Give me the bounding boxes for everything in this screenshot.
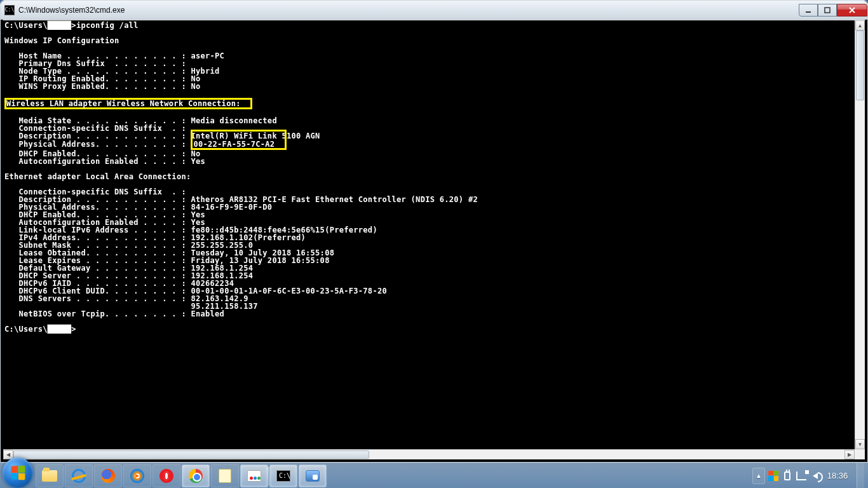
- chrome-icon: [189, 469, 203, 483]
- hscroll-thumb[interactable]: [13, 451, 369, 459]
- wlan-physical-address-line: Physical Address. . . . . . . . . : 00-2…: [4, 140, 287, 149]
- start-button[interactable]: [3, 458, 33, 488]
- client-area: C:\Users\█████>ipconfig /all Windows IP …: [3, 20, 865, 460]
- horizontal-scrollbar[interactable]: ◀ ▶: [3, 449, 855, 459]
- wlan-autoconfig-line: Autoconfiguration Enabled . . . . : Yes: [4, 157, 205, 166]
- app-icon: [306, 470, 320, 482]
- svg-rect-1: [825, 8, 830, 13]
- maximize-button[interactable]: [818, 4, 837, 17]
- ipconfig-heading: Windows IP Configuration: [4, 36, 119, 45]
- taskbar-paint[interactable]: [240, 464, 268, 487]
- network-icon[interactable]: [796, 470, 807, 482]
- prompt-line: C:\Users\█████>ipconfig /all: [4, 21, 139, 30]
- pinned-apps: C:\: [36, 463, 327, 488]
- show-desktop-button[interactable]: [857, 463, 864, 489]
- redacted-user: █████: [48, 21, 72, 30]
- vscroll-track[interactable]: [855, 30, 865, 439]
- wlan-heading-highlight: Wireless LAN adapter Wireless Network Co…: [4, 98, 252, 109]
- taskbar-ie[interactable]: [65, 464, 93, 487]
- taskbar-media-player[interactable]: [123, 464, 151, 487]
- taskbar-firefox[interactable]: [94, 464, 122, 487]
- media-player-icon: [130, 469, 144, 483]
- vscroll-thumb[interactable]: [856, 30, 864, 100]
- taskbar-cmd[interactable]: C:\: [269, 464, 297, 487]
- windows-logo-icon: [11, 465, 25, 480]
- hscroll-track[interactable]: [13, 450, 844, 459]
- taskbar-opera[interactable]: [153, 464, 180, 487]
- terminal-output[interactable]: C:\Users\█████>ipconfig /all Windows IP …: [3, 20, 855, 449]
- window-controls: [799, 4, 867, 17]
- svg-rect-0: [806, 11, 811, 13]
- eth-netbios-line: NetBIOS over Tcpip. . . . . . . . : Enab…: [4, 309, 224, 318]
- scroll-right-button[interactable]: ▶: [844, 450, 855, 459]
- scroll-up-button[interactable]: ▲: [855, 20, 865, 30]
- action-center-icon[interactable]: [768, 470, 779, 482]
- wlan-mac-address: 00-22-FA-55-7C-A2: [193, 140, 275, 149]
- opera-icon: [159, 469, 173, 483]
- wlan-heading: Wireless LAN adapter Wireless Network Co…: [6, 99, 241, 108]
- window-title: C:\Windows\system32\cmd.exe: [18, 6, 799, 15]
- titlebar[interactable]: C:\ C:\Windows\system32\cmd.exe: [1, 1, 867, 20]
- cmd-icon: C:\: [276, 470, 290, 482]
- taskbar-app[interactable]: [299, 464, 327, 487]
- volume-icon[interactable]: [810, 470, 821, 482]
- cmd-window: C:\ C:\Windows\system32\cmd.exe C:\Users…: [0, 0, 868, 463]
- cmd-icon: C:\: [4, 5, 15, 15]
- scroll-down-button[interactable]: ▼: [855, 439, 865, 449]
- firefox-icon: [101, 469, 115, 483]
- redacted-user: █████: [48, 325, 72, 334]
- tray-expand-button[interactable]: ▲: [752, 468, 765, 484]
- typed-command: ipconfig /all: [76, 21, 139, 30]
- mac-address-highlight: 00-22-FA-55-7C-A2: [191, 130, 287, 150]
- ie-icon: [72, 469, 86, 483]
- taskbar[interactable]: C:\ ▲ 18:36: [0, 463, 868, 488]
- sticky-notes-icon: [219, 469, 231, 483]
- taskbar-clock[interactable]: 18:36: [824, 471, 851, 480]
- wins-proxy-line: WINS Proxy Enabled. . . . . . . . : No: [4, 82, 201, 91]
- paint-icon: [247, 470, 261, 482]
- minimize-button[interactable]: [799, 4, 818, 17]
- prompt-line-2: C:\Users\█████>: [4, 325, 76, 334]
- system-tray: ▲ 18:36: [752, 463, 868, 488]
- taskbar-sticky-notes[interactable]: [211, 464, 239, 487]
- taskbar-chrome[interactable]: [182, 464, 210, 487]
- close-button[interactable]: [837, 4, 867, 17]
- power-icon[interactable]: [782, 470, 793, 482]
- taskbar-explorer[interactable]: [36, 464, 64, 487]
- scroll-corner: [855, 449, 865, 459]
- folder-icon: [42, 470, 57, 482]
- eth-heading: Ethernet adapter Local Area Connection:: [4, 172, 191, 181]
- vertical-scrollbar[interactable]: ▲ ▼: [855, 20, 865, 449]
